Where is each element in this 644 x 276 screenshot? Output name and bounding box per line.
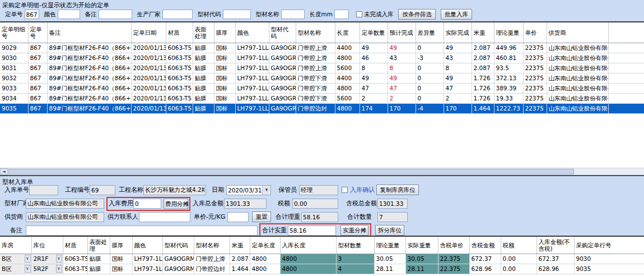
cell: 2020/01/13	[131, 43, 166, 53]
keeper-field[interactable]	[299, 185, 338, 195]
hscroll-thumb[interactable]	[8, 169, 574, 174]
column-header[interactable]: 米重	[472, 22, 494, 43]
remark-input[interactable]	[26, 226, 258, 236]
column-header[interactable]: 备注	[47, 22, 131, 43]
dropdown-arrow-icon[interactable]: ∨	[56, 255, 62, 263]
table-row[interactable]: ∨B区∨5R2F6063-T5贴膜国标LH797-1LL0GA9OGRM05门带…	[0, 264, 644, 274]
table-row[interactable]: 903586789#门框型材F26-F40（866+867）2020/01/13…	[0, 103, 644, 113]
project-no-field[interactable]	[90, 185, 115, 195]
cell: 28.11	[374, 264, 405, 274]
cell: 9032	[0, 73, 28, 83]
supplier-field[interactable]	[26, 212, 104, 222]
column-header[interactable]: 材质	[63, 237, 87, 254]
column-header[interactable]: 定单日期	[131, 22, 166, 43]
total-with-tax-field[interactable]	[377, 199, 408, 209]
table-row[interactable]: 903186789#门框型材F26-F40（866+867）2020/01/13…	[0, 63, 644, 73]
column-header[interactable]: 实际重量	[405, 237, 438, 254]
reset-button[interactable]: 重置	[252, 211, 271, 222]
calendar-dropdown-icon[interactable]: ▾	[262, 186, 270, 195]
fee-allocate-button[interactable]: 费用分摊	[164, 199, 188, 209]
filter-input-2[interactable]	[99, 10, 132, 19]
column-header[interactable]: 颜色	[132, 237, 162, 254]
project-name-field[interactable]	[143, 185, 206, 195]
filter-input-3[interactable]	[162, 10, 193, 19]
tax-field[interactable]	[292, 199, 338, 209]
filter-input-6[interactable]	[334, 10, 349, 19]
split-location-button[interactable]: 拆分库位	[375, 225, 404, 236]
table-row[interactable]: 903286789#门框型材F26-F40（866+867）2020/01/13…	[0, 73, 644, 83]
inbound-no-field[interactable]	[29, 185, 58, 195]
dropdown-arrow-icon[interactable]: ∨	[25, 255, 31, 263]
order-grid-hscrollbar[interactable]: ◄	[0, 168, 644, 175]
weight-allocate-button[interactable]: 实重分摊	[340, 225, 368, 236]
column-header[interactable]: 型材代码	[162, 237, 194, 254]
cell: 门带腔上滑	[296, 53, 335, 63]
dropdown-arrow-icon[interactable]: ∨	[25, 265, 31, 273]
column-header[interactable]: 采购定单行号	[574, 237, 644, 254]
column-header[interactable]: 型材名称	[296, 22, 335, 43]
column-header[interactable]: 膜厚	[214, 22, 235, 43]
inbound-fee-input[interactable]	[133, 199, 161, 209]
filter-input-1[interactable]	[58, 10, 80, 19]
column-header[interactable]: 材质	[166, 22, 193, 43]
column-header[interactable]: 米重	[230, 237, 250, 254]
dropdown-arrow-icon[interactable]: ∨	[56, 265, 62, 273]
cell: ∨B区	[0, 254, 31, 264]
column-header[interactable]: 单价	[523, 22, 547, 43]
column-header[interactable]: 型材数量	[336, 237, 374, 254]
table-row[interactable]: 903486789#门框型材F26-F40（866+867）2020/01/13…	[0, 93, 644, 103]
column-header[interactable]: 定单长度	[250, 237, 280, 254]
filter-by-condition-button[interactable]: 按条件筛选	[398, 9, 436, 20]
inbound-total-field[interactable]	[224, 199, 267, 209]
table-row[interactable]: 903386789#门框型材F26-F40（866+867）2020/01/13…	[0, 83, 644, 93]
unit-price-input[interactable]	[227, 212, 249, 222]
inbound-confirm-checkbox[interactable]	[342, 187, 348, 193]
column-header[interactable]: 表面处理	[193, 22, 214, 43]
cell: 174	[360, 103, 388, 113]
column-header[interactable]: 定单数量	[360, 22, 388, 43]
column-header[interactable]: 型材名称	[194, 237, 230, 254]
batch-inbound-button[interactable]: 批量入库	[441, 9, 472, 20]
column-header[interactable]: 库房	[0, 237, 31, 254]
column-header[interactable]: 供货商	[547, 22, 608, 43]
manufacturer-field[interactable]	[26, 199, 104, 209]
cell: 8	[388, 63, 416, 73]
column-header[interactable]: 预计完成	[388, 22, 416, 43]
column-header[interactable]: 税额	[501, 237, 536, 254]
filter-input-0[interactable]	[25, 10, 39, 19]
filter-input-5[interactable]	[281, 10, 305, 19]
table-row[interactable]: ∨B区∨2R1F6063-T5贴膜国标LH797-1LL0GA9OGRM03门带…	[0, 254, 644, 264]
column-header[interactable]: 入库长度	[280, 237, 336, 254]
column-header[interactable]: 颜色	[235, 22, 269, 43]
column-header[interactable]: 含税金额	[469, 237, 501, 254]
cell: 49	[444, 43, 472, 53]
column-header[interactable]: 入库金额(不含税)	[536, 237, 574, 254]
column-header[interactable]: 膜厚	[110, 237, 132, 254]
column-header[interactable]	[608, 22, 644, 43]
copy-location-button[interactable]: 复制库房库位	[376, 185, 419, 195]
supplier-contact-input[interactable]	[139, 212, 190, 222]
column-header[interactable]: 长度	[335, 22, 360, 43]
table-row[interactable]: 903086789#门框型材F26-F40（866+867）2020/01/13…	[0, 53, 644, 63]
total-actual-weight-input[interactable]	[288, 226, 336, 236]
unfinished-inbound-checkbox[interactable]	[356, 11, 362, 17]
column-header[interactable]: 理论重量	[374, 237, 405, 254]
total-qty-field[interactable]	[377, 212, 408, 222]
column-header[interactable]: 定单号	[28, 22, 47, 43]
column-header[interactable]: 实际完成	[444, 22, 472, 43]
filter-input-4[interactable]	[223, 10, 251, 19]
column-header[interactable]: 表面处理	[87, 237, 110, 254]
column-header[interactable]: 库位	[31, 237, 63, 254]
column-header[interactable]: 定单明细号	[0, 22, 28, 43]
cell: 6063-T5	[63, 254, 87, 264]
scroll-left-icon[interactable]: ◄	[0, 168, 8, 175]
table-row[interactable]: 902986789#门框型材F26-F40（866+867）2020/01/13…	[0, 43, 644, 53]
column-header[interactable]: 型材代码	[269, 22, 296, 43]
total-theory-weight-field[interactable]	[301, 212, 338, 222]
column-header[interactable]: 含税单价	[438, 237, 469, 254]
column-header[interactable]: 差异量	[416, 22, 444, 43]
cell: 22375	[523, 73, 547, 83]
cell: 89#门框型材F26-F40（866+867）	[47, 93, 131, 103]
column-header[interactable]: 理论重量	[494, 22, 523, 43]
cell: 28.11	[405, 264, 438, 274]
